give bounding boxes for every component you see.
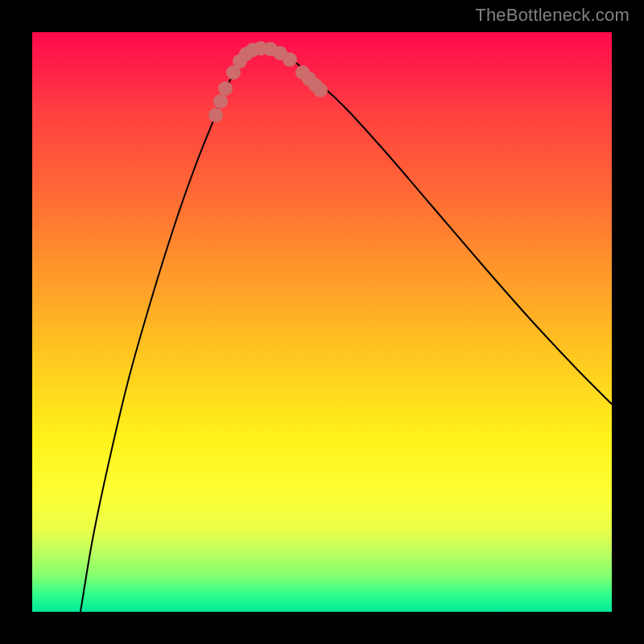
highlight-dot	[283, 52, 297, 67]
watermark-text: TheBottleneck.com	[475, 5, 630, 26]
highlight-dot	[208, 108, 223, 122]
outer-frame: TheBottleneck.com	[0, 0, 644, 644]
highlight-dot	[218, 81, 233, 96]
bottleneck-curve	[80, 48, 612, 612]
highlight-dot	[313, 83, 328, 97]
highlight-dot	[213, 94, 228, 109]
highlight-markers	[208, 41, 328, 122]
chart-svg	[32, 32, 612, 612]
plot-area	[32, 32, 612, 612]
